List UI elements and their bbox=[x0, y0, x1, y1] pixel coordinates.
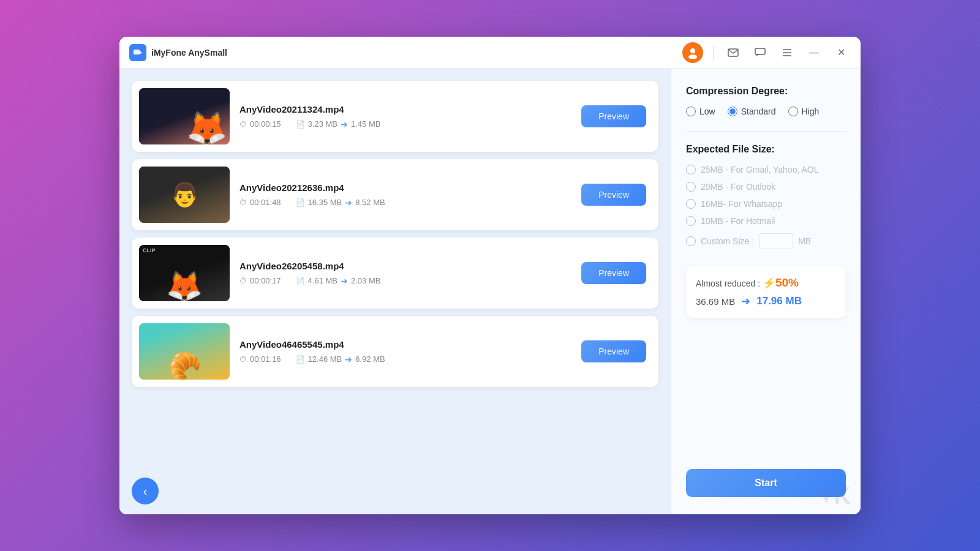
video-meta: ⏱ 00:00:15 📄 3.23 MB ➜ 1.45 MB bbox=[239, 119, 571, 129]
file-size-hotmail-label: 10MB - For Hotmail bbox=[701, 216, 775, 226]
mail-button[interactable] bbox=[723, 43, 743, 62]
duration-meta: ⏱ 00:00:15 bbox=[239, 119, 281, 129]
compression-low[interactable]: Low bbox=[686, 107, 715, 116]
arrow-icon: ➜ bbox=[341, 119, 348, 129]
clock-icon: ⏱ bbox=[239, 120, 247, 129]
compression-standard[interactable]: Standard bbox=[728, 107, 776, 116]
duration: 00:01:16 bbox=[250, 354, 281, 364]
custom-size-unit: MB bbox=[798, 236, 811, 246]
start-button[interactable]: Start bbox=[686, 469, 846, 497]
video-meta: ⏱ 00:01:16 📄 12.46 MB ➜ 6.92 MB bbox=[239, 354, 571, 364]
arrow-icon: ➜ bbox=[345, 354, 352, 364]
file-icon: 📄 bbox=[296, 277, 305, 285]
size-to: 6.92 MB bbox=[355, 354, 385, 364]
video-info: AnyVideo20212636.mp4 ⏱ 00:01:48 📄 16.35 … bbox=[239, 182, 571, 208]
reduction-percent: ⚡50% bbox=[763, 277, 799, 289]
custom-size-input[interactable] bbox=[759, 233, 793, 249]
svg-marker-1 bbox=[140, 51, 142, 54]
chat-button[interactable] bbox=[750, 43, 770, 62]
size-arrow-icon: ➜ bbox=[741, 294, 750, 308]
preview-button[interactable]: Preview bbox=[581, 262, 646, 284]
size-to: 1.45 MB bbox=[351, 119, 380, 129]
app-icon bbox=[129, 44, 146, 61]
size-original: 36.69 MB bbox=[696, 296, 735, 307]
app-logo: iMyFone AnySmall bbox=[129, 44, 227, 61]
bottom-nav: ‹ bbox=[119, 468, 671, 514]
titlebar: iMyFone AnySmall bbox=[119, 37, 861, 69]
video-name: AnyVideo20211324.mp4 bbox=[239, 104, 571, 114]
video-meta: ⏱ 00:00:17 📄 4.61 MB ➜ 2.03 MB bbox=[239, 276, 571, 286]
video-name: AnyVideo20212636.mp4 bbox=[239, 182, 571, 193]
file-icon: 📄 bbox=[296, 355, 305, 364]
svg-point-2 bbox=[690, 48, 695, 53]
app-title: iMyFone AnySmall bbox=[151, 48, 227, 58]
compression-title: Compression Degree: bbox=[686, 86, 846, 97]
duration-meta: ⏱ 00:01:16 bbox=[239, 354, 281, 364]
menu-button[interactable] bbox=[777, 43, 797, 62]
svg-point-3 bbox=[688, 54, 697, 59]
video-info: AnyVideo20211324.mp4 ⏱ 00:00:15 📄 3.23 M… bbox=[239, 104, 571, 129]
file-size-outlook[interactable]: 20MB - For Outlook bbox=[686, 182, 846, 192]
user-avatar[interactable] bbox=[682, 42, 703, 63]
custom-size-row: Custom Size : MB bbox=[701, 233, 811, 249]
video-meta: ⏱ 00:01:48 📄 16.35 MB ➜ 8.52 MB bbox=[239, 198, 571, 208]
video-card: 👨 AnyVideo20212636.mp4 ⏱ 00:01:48 📄 16.3… bbox=[132, 159, 658, 230]
svg-rect-0 bbox=[134, 50, 140, 54]
back-button[interactable]: ‹ bbox=[132, 478, 159, 504]
duration: 00:01:48 bbox=[250, 198, 281, 207]
size-meta: 📄 3.23 MB ➜ 1.45 MB bbox=[296, 119, 381, 129]
video-thumbnail: 👨 bbox=[139, 167, 230, 223]
duration-meta: ⏱ 00:00:17 bbox=[239, 276, 281, 285]
size-to: 2.03 MB bbox=[351, 276, 380, 285]
radio-25mb[interactable] bbox=[686, 165, 696, 174]
file-size-hotmail[interactable]: 10MB - For Hotmail bbox=[686, 216, 846, 226]
duration: 00:00:17 bbox=[250, 276, 281, 285]
compression-high-label: High bbox=[802, 107, 820, 116]
file-size-title: Expected File Size: bbox=[686, 144, 846, 155]
size-new: 17.96 MB bbox=[756, 295, 802, 307]
preview-button[interactable]: Preview bbox=[581, 105, 646, 127]
size-meta: 📄 16.35 MB ➜ 8.52 MB bbox=[296, 198, 385, 208]
size-from: 3.23 MB bbox=[308, 119, 337, 129]
radio-standard[interactable] bbox=[728, 107, 737, 116]
radio-low[interactable] bbox=[686, 107, 696, 116]
video-list: 🦊 AnyVideo20211324.mp4 ⏱ 00:00:15 📄 3.23… bbox=[119, 69, 671, 468]
video-info: AnyVideo26205458.mp4 ⏱ 00:00:17 📄 4.61 M… bbox=[239, 261, 571, 286]
reduction-box: Almost reduced : ⚡50% 36.69 MB ➜ 17.96 M… bbox=[686, 266, 846, 318]
clock-icon: ⏱ bbox=[239, 277, 247, 285]
file-size-gmail-label: 25MB - For Gmail, Yahoo, AOL bbox=[701, 165, 818, 174]
file-size-custom[interactable]: Custom Size : MB bbox=[686, 233, 846, 249]
file-size-whatsapp[interactable]: 16MB- For Whatsapp bbox=[686, 199, 846, 209]
close-button[interactable]: ✕ bbox=[831, 43, 851, 62]
video-thumbnail: CLIP🦊 bbox=[139, 245, 230, 301]
compression-low-label: Low bbox=[699, 107, 715, 116]
radio-20mb[interactable] bbox=[686, 182, 696, 192]
video-name: AnyVideo26205458.mp4 bbox=[239, 261, 571, 271]
window-controls: — ✕ bbox=[682, 42, 851, 63]
radio-10mb[interactable] bbox=[686, 216, 696, 226]
video-card: CLIP🦊 AnyVideo26205458.mp4 ⏱ 00:00:17 📄 … bbox=[132, 238, 658, 309]
radio-16mb[interactable] bbox=[686, 199, 696, 209]
preview-button[interactable]: Preview bbox=[581, 340, 646, 362]
clock-icon: ⏱ bbox=[239, 355, 247, 364]
minimize-button[interactable]: — bbox=[804, 43, 824, 62]
compression-high[interactable]: High bbox=[788, 107, 820, 116]
duration: 00:00:15 bbox=[250, 119, 281, 129]
preview-button[interactable]: Preview bbox=[581, 184, 646, 206]
file-size-outlook-label: 20MB - For Outlook bbox=[701, 182, 775, 192]
svg-rect-5 bbox=[755, 48, 765, 54]
radio-custom[interactable] bbox=[686, 236, 696, 246]
video-card: 🦊 AnyVideo20211324.mp4 ⏱ 00:00:15 📄 3.23… bbox=[132, 81, 658, 152]
radio-high[interactable] bbox=[788, 107, 798, 116]
size-from: 4.61 MB bbox=[308, 276, 337, 285]
arrow-icon: ➜ bbox=[345, 198, 352, 208]
size-from: 16.35 MB bbox=[308, 198, 342, 207]
custom-size-label: Custom Size : bbox=[701, 236, 754, 246]
svg-rect-4 bbox=[728, 49, 738, 56]
size-meta: 📄 12.46 MB ➜ 6.92 MB bbox=[296, 354, 385, 364]
size-to: 8.52 MB bbox=[355, 198, 385, 207]
file-size-gmail[interactable]: 25MB - For Gmail, Yahoo, AOL bbox=[686, 165, 846, 174]
video-name: AnyVideo46465545.mp4 bbox=[239, 339, 571, 350]
reduction-label: Almost reduced : ⚡50% bbox=[696, 276, 836, 290]
size-row: 36.69 MB ➜ 17.96 MB bbox=[696, 294, 836, 308]
